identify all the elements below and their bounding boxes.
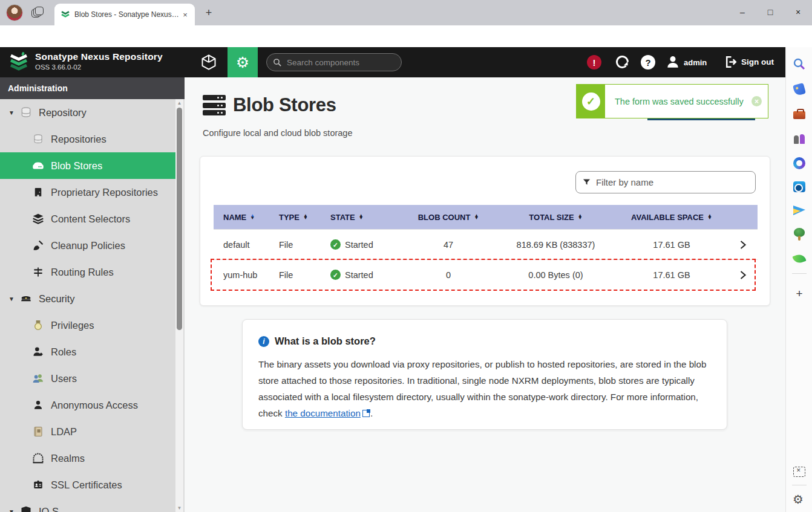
outlook-icon[interactable] xyxy=(792,180,807,194)
drop-icon[interactable] xyxy=(792,203,807,218)
caret-down-icon[interactable]: ▼ xyxy=(8,109,19,116)
blob-store-drive-icon xyxy=(31,159,45,172)
sort-icon[interactable]: ▲▼ xyxy=(578,215,583,220)
window-minimize-button[interactable]: – xyxy=(729,0,756,24)
sidebar-item-anonymous-access[interactable]: Anonymous Access xyxy=(0,392,175,418)
product-name: Sonatype Nexus Repository xyxy=(35,51,163,62)
sidebar-scrollbar[interactable]: ▲ ▼ xyxy=(175,99,183,512)
sign-out-icon[interactable] xyxy=(724,54,739,70)
sidebar-item-realms[interactable]: Realms xyxy=(0,445,175,471)
sidebar-group-label: IQ S xyxy=(39,506,59,512)
search-input[interactable] xyxy=(287,58,390,67)
scrollbar-thumb[interactable] xyxy=(177,108,182,330)
table-row-default[interactable]: default File ✓ Started 47 818.69 KB (838… xyxy=(214,229,758,259)
window-close-button[interactable]: × xyxy=(784,0,812,24)
user-name[interactable]: admin xyxy=(684,58,707,67)
scroll-down-icon[interactable]: ▼ xyxy=(175,505,183,511)
sort-icon[interactable]: ▲▼ xyxy=(707,215,712,220)
shield-icon xyxy=(19,505,33,512)
sort-icon[interactable]: ▲▼ xyxy=(474,215,479,220)
component-search[interactable] xyxy=(266,53,402,71)
sidebar-item-label: Cleanup Policies xyxy=(51,240,125,251)
browse-mode-cube-icon[interactable] xyxy=(200,54,218,71)
filter-field[interactable] xyxy=(575,171,756,193)
tree-planting-icon[interactable] xyxy=(792,227,807,242)
sidebar-item-blob-stores[interactable]: Blob Stores xyxy=(0,152,175,179)
column-header-blob-count[interactable]: BLOB COUNT ▲▼ xyxy=(400,213,497,222)
toast-accent: ✓ xyxy=(577,85,605,118)
sidebar-item-label: Privileges xyxy=(51,320,94,331)
window-maximize-button[interactable]: □ xyxy=(756,0,784,24)
column-header-state[interactable]: STATE ▲▼ xyxy=(330,213,400,222)
broom-icon xyxy=(31,239,45,252)
sidebar-group-iq[interactable]: ▼ IQ S xyxy=(0,498,175,512)
shopping-icon[interactable] xyxy=(792,82,807,97)
product-version: OSS 3.66.0-02 xyxy=(35,63,163,71)
police-cap-icon xyxy=(19,292,33,305)
sort-icon[interactable]: ▲▼ xyxy=(359,215,364,220)
sort-icon[interactable]: ▲▼ xyxy=(303,215,308,220)
sidebar-item-label: Proprietary Repositories xyxy=(51,187,158,198)
users-icon xyxy=(31,372,45,385)
database-icon xyxy=(31,132,45,146)
leaf-icon[interactable] xyxy=(792,251,807,266)
documentation-link[interactable]: the documentation xyxy=(285,408,361,418)
caret-down-icon[interactable]: ▼ xyxy=(8,296,19,302)
address-book-icon xyxy=(31,425,45,438)
page-subtitle: Configure local and cloud blob storage xyxy=(203,128,352,138)
row-chevron-icon[interactable] xyxy=(729,270,758,280)
divider xyxy=(792,485,807,485)
toast-close-icon[interactable]: × xyxy=(751,96,762,106)
sidebar-item-ssl-certificates[interactable]: SSL Certificates xyxy=(0,471,175,498)
screenshot-tool-icon[interactable] xyxy=(793,467,805,477)
help-icon[interactable]: ? xyxy=(641,55,655,70)
column-header-type[interactable]: TYPE ▲▼ xyxy=(279,213,330,222)
started-check-icon: ✓ xyxy=(330,270,341,280)
column-header-total-size[interactable]: TOTAL SIZE ▲▼ xyxy=(497,213,615,222)
microsoft-365-icon[interactable] xyxy=(792,156,807,170)
column-header-available-space[interactable]: AVAILABLE SPACE ▲▼ xyxy=(615,213,729,222)
tab-title: Blob Stores - Sonatype Nexus Re xyxy=(74,10,180,19)
table-row-yum-hub[interactable]: yum-hub File ✓ Started 0 0.00 Bytes (0) … xyxy=(214,259,758,290)
add-sidebar-item-button[interactable]: + xyxy=(792,287,807,301)
sidebar-search-icon[interactable] xyxy=(792,57,807,71)
row-chevron-icon[interactable] xyxy=(729,240,758,250)
sign-out-label[interactable]: Sign out xyxy=(741,57,774,66)
tab-workspaces-icon[interactable] xyxy=(31,7,44,19)
tab-close-icon[interactable]: × xyxy=(180,10,190,19)
sidebar-item-content-selectors[interactable]: Content Selectors xyxy=(0,206,175,232)
new-tab-button[interactable]: + xyxy=(202,6,215,19)
tools-icon[interactable] xyxy=(792,108,807,122)
sidebar-group-label: Repository xyxy=(39,107,87,118)
sidebar-item-repositories[interactable]: Repositories xyxy=(0,126,175,152)
games-icon[interactable] xyxy=(792,132,807,146)
admin-sidebar: Administration ▼ Repository Repositories xyxy=(0,77,185,512)
sidebar-item-roles[interactable]: Roles xyxy=(0,339,175,365)
column-header-name[interactable]: NAME ▲▼ xyxy=(214,213,279,222)
sidebar-group-repository[interactable]: ▼ Repository xyxy=(0,99,175,126)
sidebar-settings-gear-icon[interactable]: ⚙ xyxy=(793,492,804,507)
sort-icon[interactable]: ▲▼ xyxy=(250,215,255,220)
sidebar-item-cleanup-policies[interactable]: Cleanup Policies xyxy=(0,232,175,259)
sidebar-item-ldap[interactable]: LDAP xyxy=(0,418,175,445)
filter-input[interactable] xyxy=(596,177,741,187)
browser-profile-avatar[interactable] xyxy=(6,4,23,21)
blob-stores-table: NAME ▲▼ TYPE ▲▼ STATE ▲▼ BLOB COUNT ▲▼ T… xyxy=(214,205,758,290)
sidebar-group-security[interactable]: ▼ Security xyxy=(0,285,175,312)
refresh-sync-icon[interactable] xyxy=(614,54,630,70)
sidebar-item-users[interactable]: Users xyxy=(0,365,175,392)
cell-type: File xyxy=(279,270,330,280)
sidebar-item-routing-rules[interactable]: Routing Rules xyxy=(0,259,175,285)
user-icon[interactable] xyxy=(665,54,681,70)
caret-down-icon[interactable]: ▼ xyxy=(8,508,19,512)
browser-tab[interactable]: Blob Stores - Sonatype Nexus Re × xyxy=(54,4,195,25)
info-title: What is a blob store? xyxy=(275,335,376,347)
sidebar-item-privileges[interactable]: Privileges xyxy=(0,312,175,339)
sidebar-item-proprietary-repositories[interactable]: Proprietary Repositories xyxy=(0,179,175,206)
cell-blob-count: 0 xyxy=(400,270,497,280)
browser-window: Blob Stores - Sonatype Nexus Re × + – □ … xyxy=(0,0,812,512)
medal-icon xyxy=(31,319,45,332)
health-error-badge[interactable]: ! xyxy=(587,55,601,70)
scroll-up-icon[interactable]: ▲ xyxy=(175,100,183,106)
edge-sidebar: + ⚙ xyxy=(785,47,812,512)
